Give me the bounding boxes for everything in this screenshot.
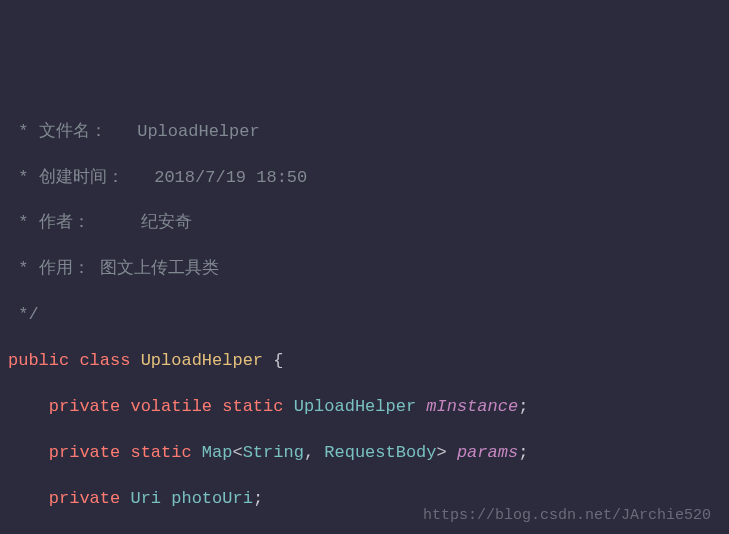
comment-line: * 文件名： UploadHelper: [8, 121, 721, 144]
class-decl: public class UploadHelper {: [8, 350, 721, 373]
comment-line: * 作用： 图文上传工具类: [8, 258, 721, 281]
comment-line: * 创建时间： 2018/7/19 18:50: [8, 167, 721, 190]
field-decl: private static Map<String, RequestBody> …: [8, 442, 721, 465]
field-decl: private volatile static UploadHelper mIn…: [8, 396, 721, 419]
comment-line: */: [8, 304, 721, 327]
watermark-text: https://blog.csdn.net/JArchie520: [423, 506, 711, 526]
code-block: * 文件名： UploadHelper * 创建时间： 2018/7/19 18…: [8, 98, 721, 534]
comment-line: * 作者： 纪安奇: [8, 212, 721, 235]
